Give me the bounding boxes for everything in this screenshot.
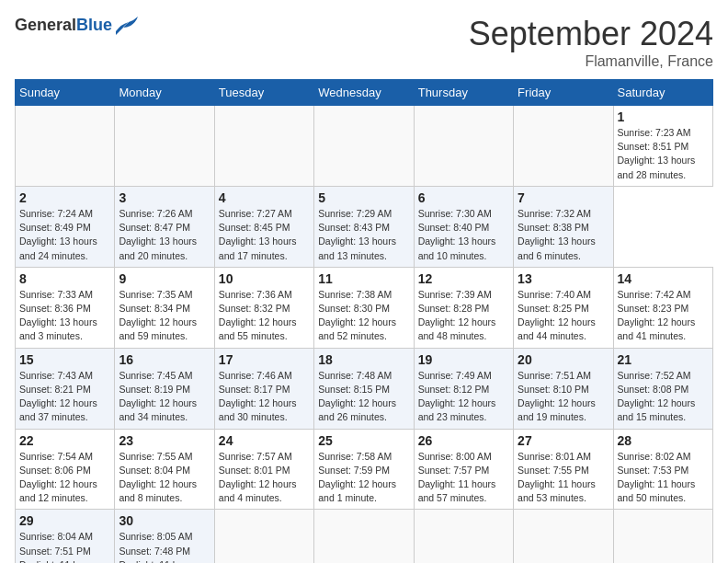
calendar-cell: [214, 510, 313, 563]
page-header: GeneralBlue September 2024 Flamanville, …: [15, 15, 713, 70]
calendar-cell: 1Sunrise: 7:23 AMSunset: 8:51 PMDaylight…: [613, 106, 712, 187]
day-number: 12: [418, 271, 509, 286]
logo-blue: Blue: [76, 16, 112, 34]
day-info: Sunrise: 7:26 AMSunset: 8:47 PMDaylight:…: [119, 207, 210, 263]
calendar-week-row: 1Sunrise: 7:23 AMSunset: 8:51 PMDaylight…: [16, 106, 713, 187]
day-info: Sunrise: 7:46 AMSunset: 8:17 PMDaylight:…: [219, 369, 310, 425]
calendar-cell: 25Sunrise: 7:58 AMSunset: 7:59 PMDayligh…: [314, 429, 414, 510]
calendar-cell: 20Sunrise: 7:51 AMSunset: 8:10 PMDayligh…: [514, 348, 613, 429]
calendar-cell: 6Sunrise: 7:30 AMSunset: 8:40 PMDaylight…: [414, 186, 513, 267]
calendar-cell: 11Sunrise: 7:38 AMSunset: 8:30 PMDayligh…: [314, 267, 414, 348]
calendar-cell: 5Sunrise: 7:29 AMSunset: 8:43 PMDaylight…: [314, 186, 414, 267]
day-info: Sunrise: 7:48 AMSunset: 8:15 PMDaylight:…: [318, 369, 409, 425]
col-header-saturday: Saturday: [613, 80, 712, 106]
day-info: Sunrise: 8:02 AMSunset: 7:53 PMDaylight:…: [618, 450, 709, 506]
calendar-cell: [214, 106, 313, 187]
calendar-cell: 21Sunrise: 7:52 AMSunset: 8:08 PMDayligh…: [613, 348, 712, 429]
day-info: Sunrise: 7:33 AMSunset: 8:36 PMDaylight:…: [19, 288, 110, 344]
day-number: 3: [119, 190, 210, 205]
day-info: Sunrise: 7:52 AMSunset: 8:08 PMDaylight:…: [618, 369, 709, 425]
day-info: Sunrise: 8:04 AMSunset: 7:51 PMDaylight:…: [19, 530, 110, 563]
calendar-cell: [414, 106, 513, 187]
day-info: Sunrise: 7:27 AMSunset: 8:45 PMDaylight:…: [219, 207, 310, 263]
calendar-cell: [514, 510, 613, 563]
calendar-cell: 27Sunrise: 8:01 AMSunset: 7:55 PMDayligh…: [514, 429, 613, 510]
day-info: Sunrise: 8:01 AMSunset: 7:55 PMDaylight:…: [518, 450, 609, 506]
day-info: Sunrise: 8:00 AMSunset: 7:57 PMDaylight:…: [418, 450, 509, 506]
calendar-week-row: 22Sunrise: 7:54 AMSunset: 8:06 PMDayligh…: [16, 429, 713, 510]
calendar-header-row: SundayMondayTuesdayWednesdayThursdayFrid…: [16, 80, 713, 106]
day-info: Sunrise: 8:05 AMSunset: 7:48 PMDaylight:…: [119, 530, 210, 563]
logo-text: GeneralBlue: [15, 16, 112, 35]
calendar-cell: 23Sunrise: 7:55 AMSunset: 8:04 PMDayligh…: [115, 429, 214, 510]
day-number: 19: [418, 352, 509, 367]
day-number: 20: [518, 352, 609, 367]
day-info: Sunrise: 7:23 AMSunset: 8:51 PMDaylight:…: [618, 126, 709, 182]
calendar-cell: 19Sunrise: 7:49 AMSunset: 8:12 PMDayligh…: [414, 348, 513, 429]
day-info: Sunrise: 7:38 AMSunset: 8:30 PMDaylight:…: [318, 288, 409, 344]
calendar-cell: 3Sunrise: 7:26 AMSunset: 8:47 PMDaylight…: [115, 186, 214, 267]
calendar-cell: 29Sunrise: 8:04 AMSunset: 7:51 PMDayligh…: [16, 510, 115, 563]
day-info: Sunrise: 7:45 AMSunset: 8:19 PMDaylight:…: [119, 369, 210, 425]
day-number: 13: [518, 271, 609, 286]
day-number: 15: [19, 352, 110, 367]
day-number: 4: [219, 190, 310, 205]
day-number: 9: [119, 271, 210, 286]
day-info: Sunrise: 7:29 AMSunset: 8:43 PMDaylight:…: [318, 207, 409, 263]
day-number: 16: [119, 352, 210, 367]
day-info: Sunrise: 7:39 AMSunset: 8:28 PMDaylight:…: [418, 288, 509, 344]
logo-bird-icon: [114, 15, 140, 35]
day-number: 10: [219, 271, 310, 286]
location-title: Flamanville, France: [469, 53, 713, 70]
day-number: 8: [19, 271, 110, 286]
day-number: 25: [318, 433, 409, 448]
day-info: Sunrise: 7:30 AMSunset: 8:40 PMDaylight:…: [418, 207, 509, 263]
calendar-cell: [314, 510, 414, 563]
calendar-cell: [613, 510, 712, 563]
day-number: 2: [19, 190, 110, 205]
calendar-cell: 24Sunrise: 7:57 AMSunset: 8:01 PMDayligh…: [214, 429, 313, 510]
day-info: Sunrise: 7:32 AMSunset: 8:38 PMDaylight:…: [518, 207, 609, 263]
day-info: Sunrise: 7:58 AMSunset: 7:59 PMDaylight:…: [318, 450, 409, 506]
col-header-friday: Friday: [514, 80, 613, 106]
day-number: 26: [418, 433, 509, 448]
day-number: 18: [318, 352, 409, 367]
calendar-cell: [414, 510, 513, 563]
day-number: 29: [19, 513, 110, 528]
calendar-cell: 14Sunrise: 7:42 AMSunset: 8:23 PMDayligh…: [613, 267, 712, 348]
calendar-cell: 2Sunrise: 7:24 AMSunset: 8:49 PMDaylight…: [16, 186, 115, 267]
day-number: 24: [219, 433, 310, 448]
day-info: Sunrise: 7:24 AMSunset: 8:49 PMDaylight:…: [19, 207, 110, 263]
col-header-thursday: Thursday: [414, 80, 513, 106]
day-number: 27: [518, 433, 609, 448]
day-number: 14: [618, 271, 709, 286]
day-number: 30: [119, 513, 210, 528]
calendar-cell: 8Sunrise: 7:33 AMSunset: 8:36 PMDaylight…: [16, 267, 115, 348]
calendar-cell: [16, 106, 115, 187]
calendar-cell: 9Sunrise: 7:35 AMSunset: 8:34 PMDaylight…: [115, 267, 214, 348]
logo-general: General: [15, 16, 76, 34]
calendar-cell: [514, 106, 613, 187]
calendar-cell: 28Sunrise: 8:02 AMSunset: 7:53 PMDayligh…: [613, 429, 712, 510]
day-info: Sunrise: 7:57 AMSunset: 8:01 PMDaylight:…: [219, 450, 310, 506]
calendar-week-row: 8Sunrise: 7:33 AMSunset: 8:36 PMDaylight…: [16, 267, 713, 348]
calendar-table: SundayMondayTuesdayWednesdayThursdayFrid…: [15, 79, 713, 563]
col-header-wednesday: Wednesday: [314, 80, 414, 106]
day-number: 11: [318, 271, 409, 286]
calendar-cell: 18Sunrise: 7:48 AMSunset: 8:15 PMDayligh…: [314, 348, 414, 429]
calendar-cell: 7Sunrise: 7:32 AMSunset: 8:38 PMDaylight…: [514, 186, 613, 267]
day-number: 7: [518, 190, 609, 205]
month-title: September 2024: [469, 15, 713, 53]
calendar-cell: 4Sunrise: 7:27 AMSunset: 8:45 PMDaylight…: [214, 186, 313, 267]
calendar-week-row: 29Sunrise: 8:04 AMSunset: 7:51 PMDayligh…: [16, 510, 713, 563]
calendar-cell: 15Sunrise: 7:43 AMSunset: 8:21 PMDayligh…: [16, 348, 115, 429]
day-info: Sunrise: 7:54 AMSunset: 8:06 PMDaylight:…: [19, 450, 110, 506]
day-info: Sunrise: 7:36 AMSunset: 8:32 PMDaylight:…: [219, 288, 310, 344]
col-header-monday: Monday: [115, 80, 214, 106]
day-number: 22: [19, 433, 110, 448]
calendar-cell: 10Sunrise: 7:36 AMSunset: 8:32 PMDayligh…: [214, 267, 313, 348]
day-number: 17: [219, 352, 310, 367]
col-header-sunday: Sunday: [16, 80, 115, 106]
day-info: Sunrise: 7:42 AMSunset: 8:23 PMDaylight:…: [618, 288, 709, 344]
calendar-week-row: 2Sunrise: 7:24 AMSunset: 8:49 PMDaylight…: [16, 186, 713, 267]
